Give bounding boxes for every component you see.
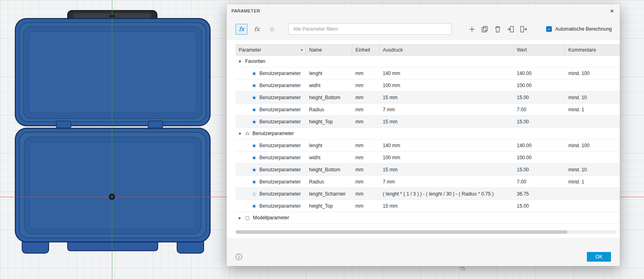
header-ausdruck[interactable]: Ausdruck [380, 45, 514, 55]
import-icon[interactable] [507, 26, 514, 33]
show-favorites-button[interactable]: ☆ [266, 24, 278, 35]
sort-down-icon[interactable]: ▾ [301, 48, 303, 52]
table-row[interactable]: ★Benutzerparameter Radius mm 7 mm 7.00 m… [235, 176, 620, 188]
param-name[interactable]: height_Top [306, 203, 352, 209]
dialog-title: PARAMETER [231, 8, 260, 13]
favorite-star-icon[interactable]: ★ [252, 179, 257, 185]
favorite-star-icon[interactable]: ★ [252, 107, 257, 112]
header-parameter[interactable]: Parameter ▾ [235, 45, 306, 55]
case-lid[interactable] [15, 19, 210, 126]
param-expression[interactable]: 15 mm [380, 95, 514, 100]
param-value: 15.00 [514, 167, 565, 173]
fx-icon: fx [245, 131, 249, 136]
export-icon[interactable] [520, 26, 527, 33]
origin-marker-icon[interactable] [109, 194, 115, 200]
table-row[interactable]: ★Benutzerparameter height_Bottom mm 15 m… [235, 164, 620, 176]
favorite-star-icon[interactable]: ★ [252, 71, 257, 76]
auto-compute-toggle[interactable]: ✓ Automatische Berechnung [546, 26, 612, 32]
info-icon[interactable]: ⓘ [235, 252, 242, 262]
horizontal-scrollbar[interactable] [235, 230, 617, 234]
table-row[interactable]: ★Benutzerparameter Radius mm 7 mm 7.00 m… [235, 104, 620, 116]
param-name[interactable]: height_Bottom [306, 95, 352, 100]
header-name[interactable]: Name [306, 45, 352, 55]
param-name[interactable]: widht [306, 83, 352, 88]
parameter-type-label: Benutzerparameter [260, 83, 301, 88]
param-expression[interactable]: 100 mm [380, 83, 514, 88]
parameter-type-label: Benutzerparameter [260, 107, 301, 112]
filter-input[interactable] [289, 23, 452, 35]
favorite-star-icon[interactable]: ★ [252, 119, 257, 125]
favorite-star-icon[interactable]: ★ [252, 143, 257, 148]
table-row[interactable]: ★Benutzerparameter widht mm 100 mm 100.0… [235, 152, 620, 164]
close-icon[interactable]: ✕ [610, 8, 614, 14]
param-name[interactable]: Radius [306, 179, 352, 185]
parameter-type-label: Benutzerparameter [260, 119, 301, 125]
table-row[interactable]: ★Benutzerparameter widht mm 100 mm 100.0… [235, 79, 620, 92]
table-row[interactable]: ★Benutzerparameter lenght mm 140 mm 140.… [235, 140, 620, 152]
parameter-dialog: PARAMETER ✕ fx fx ☆ [227, 4, 620, 266]
param-comment[interactable]: mind. 100 [565, 71, 620, 76]
group-row-modellparameter[interactable]: ▸ ▢ Modellparameter [235, 212, 620, 224]
header-parameter-label: Parameter [239, 47, 261, 53]
favorite-star-icon[interactable]: ★ [252, 83, 257, 88]
favorite-star-icon[interactable]: ☆ [252, 191, 257, 197]
add-parameter-icon[interactable] [469, 26, 475, 33]
group-row-benutzerparameter[interactable]: ▾ fx Benutzerparameter [235, 128, 620, 140]
param-value: 7.00 [514, 107, 565, 112]
param-unit: mm [352, 95, 380, 100]
param-expression[interactable]: 15 mm [380, 167, 514, 173]
param-expression[interactable]: 7 mm [380, 107, 514, 112]
group-row-favoriten[interactable]: ▾ Favoriten [235, 56, 620, 67]
star-icon: ☆ [269, 25, 275, 33]
param-comment[interactable]: mind. 1 [565, 179, 620, 185]
table-header-row: Parameter ▾ Name Einheit Ausdruck Wert K… [235, 44, 620, 56]
scrollbar-thumb[interactable] [235, 230, 568, 234]
chevron-right-icon[interactable]: ▸ [238, 215, 242, 221]
param-name[interactable]: lenght_Scharnier [306, 191, 352, 197]
param-expression[interactable]: 7 mm [380, 179, 514, 185]
param-expression[interactable]: 100 mm [380, 155, 514, 160]
ok-button[interactable]: OK [587, 252, 611, 262]
favorite-star-icon[interactable]: ★ [252, 95, 257, 100]
header-kommentare[interactable]: Kommentare [565, 45, 620, 55]
favorite-star-icon[interactable]: ★ [252, 155, 257, 160]
parameter-type-label: Benutzerparameter [260, 179, 301, 185]
dialog-header[interactable]: PARAMETER ✕ [227, 4, 620, 18]
delete-icon[interactable] [494, 26, 501, 33]
param-value: 100.00 [514, 155, 565, 160]
header-einheit[interactable]: Einheit [352, 45, 380, 55]
favorite-star-icon[interactable]: ★ [252, 203, 257, 209]
table-row[interactable]: ★Benutzerparameter height_Bottom mm 15 m… [235, 92, 620, 104]
chevron-down-icon[interactable]: ▾ [238, 131, 242, 136]
param-expression[interactable]: 140 mm [380, 71, 514, 76]
new-user-parameter-button[interactable]: fx [251, 24, 263, 35]
parameter-type-label: Benutzerparameter [260, 203, 301, 209]
header-wert[interactable]: Wert [514, 45, 565, 55]
fx-icon: fx [239, 26, 244, 32]
param-expression[interactable]: 15 mm [380, 203, 514, 209]
checkbox-checked-icon[interactable]: ✓ [546, 26, 552, 32]
param-expression[interactable]: 15 mm [380, 119, 514, 125]
table-row[interactable]: ☆Benutzerparameter lenght_Scharnier mm (… [235, 188, 620, 200]
param-name[interactable]: widht [306, 155, 352, 160]
param-name[interactable]: height_Top [306, 119, 352, 125]
show-all-parameters-button[interactable]: fx [235, 24, 248, 35]
favorite-star-icon[interactable]: ★ [252, 167, 257, 173]
table-row[interactable]: ★Benutzerparameter lenght mm 140 mm 140.… [235, 67, 620, 79]
table-row[interactable]: ★Benutzerparameter height_Top mm 15 mm 1… [235, 116, 620, 128]
duplicate-icon[interactable] [481, 26, 488, 33]
param-expression[interactable]: ( lenght * ( 1 / 3 ) ) - ( lenght / 30 )… [380, 191, 514, 197]
param-comment[interactable]: mind. 10 [565, 167, 620, 173]
param-comment[interactable]: mind. 10 [565, 95, 620, 100]
param-name[interactable]: Radius [306, 107, 352, 112]
param-comment[interactable]: mind. 1 [565, 107, 620, 112]
param-expression[interactable]: 140 mm [380, 143, 514, 148]
param-unit: mm [352, 71, 380, 76]
param-name[interactable]: height_Bottom [306, 167, 352, 173]
param-name[interactable]: lenght [306, 71, 352, 76]
table-row[interactable]: ★Benutzerparameter height_Top mm 15 mm 1… [235, 200, 620, 212]
param-comment[interactable]: mind. 100 [565, 143, 620, 148]
chevron-down-icon[interactable]: ▾ [238, 59, 242, 64]
case-bottom[interactable] [15, 128, 210, 242]
param-name[interactable]: lenght [306, 143, 352, 148]
